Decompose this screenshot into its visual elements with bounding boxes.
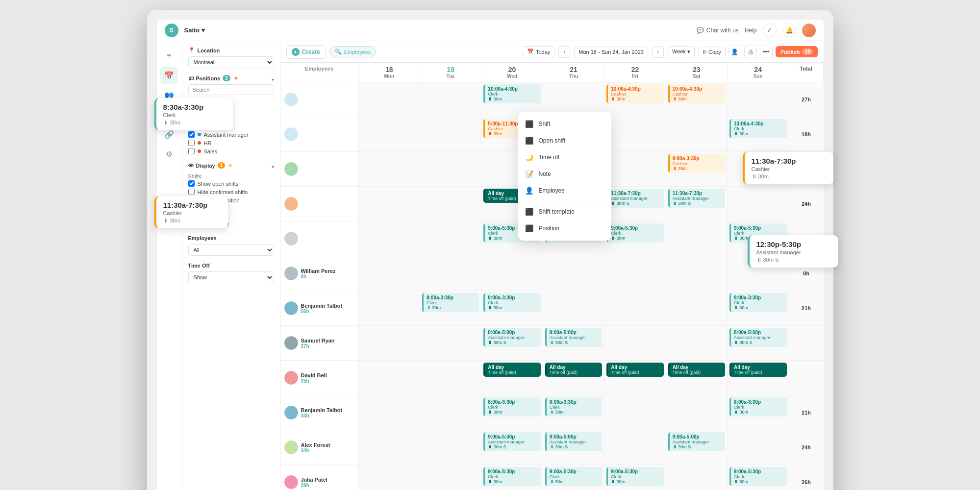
- day-cell[interactable]: [666, 256, 728, 291]
- shift-block[interactable]: 9:00a-5:30p Clerk ⏸ 30m: [606, 467, 663, 486]
- employees-filter-select[interactable]: All: [188, 244, 274, 256]
- dropdown-item-shift[interactable]: ⬛ Shift: [518, 116, 611, 132]
- day-cell[interactable]: [604, 256, 666, 291]
- day-cell[interactable]: [359, 152, 420, 186]
- dropdown-item-time-off[interactable]: 🌙 Time off: [518, 149, 611, 166]
- shift-block[interactable]: 10:00a-4:30p Cashier ⏸ 30m: [668, 84, 725, 103]
- shift-block[interactable]: 8:00a-5:00p Assistant manager ⏸ 30m S: [545, 328, 602, 347]
- day-cell[interactable]: [666, 395, 728, 430]
- dropdown-item-open-shift[interactable]: ⬛ Open shift: [518, 132, 611, 149]
- shift-block[interactable]: 11:30a-7:30p Assistant manager ⏸ 30m S: [606, 189, 663, 208]
- position-item-sales[interactable]: Sales: [188, 147, 274, 155]
- shift-block[interactable]: 8:00a-3:30p Clerk ⏸ 30m: [483, 397, 540, 416]
- hide-confirmed-shifts-checkbox[interactable]: Hide confirmed shifts: [188, 188, 274, 196]
- shift-block[interactable]: 10:00a-4:30p Clerk ⏸ 30m: [729, 119, 786, 138]
- day-cell[interactable]: 10:00a-4:30p Cashier ⏸ 30m: [666, 82, 728, 117]
- day-cell[interactable]: 8:00a-3:30p Clerk ⏸ 30m: [420, 291, 481, 325]
- shift-block[interactable]: 8:00a-3:30p Clerk ⏸ 30m: [545, 397, 602, 416]
- prev-week-button[interactable]: ‹: [558, 46, 570, 58]
- day-cell[interactable]: 8:00a-3:30p Cashier ⏸ 30m: [666, 152, 728, 186]
- sidebar-icon-calendar[interactable]: 📅: [160, 67, 178, 84]
- day-cell[interactable]: [604, 395, 666, 430]
- day-cell[interactable]: [420, 82, 481, 117]
- day-cell[interactable]: 8:00a-5:00p Assistant manager ⏸ 30m S: [481, 326, 543, 360]
- shift-block[interactable]: 8:00a-3:30p Clerk ⏸ 30m: [422, 293, 479, 312]
- bell-icon[interactable]: 🔔: [782, 24, 796, 37]
- day-cell[interactable]: 8:00a-3:30p Clerk ⏸ 30m: [728, 395, 789, 430]
- day-cell[interactable]: [728, 82, 789, 117]
- day-cell[interactable]: [420, 430, 481, 465]
- location-select[interactable]: Montreal: [188, 56, 274, 68]
- shift-block[interactable]: 9:00a-5:30p Clerk ⏸ 30m: [729, 467, 786, 486]
- day-cell[interactable]: [420, 326, 481, 360]
- dropdown-item-shift-template[interactable]: ⬛ Shift template: [518, 203, 611, 220]
- day-cell[interactable]: All day Time off (paid): [666, 361, 728, 395]
- day-cell[interactable]: [359, 291, 420, 325]
- day-cell[interactable]: [420, 187, 481, 221]
- shift-block[interactable]: All day Time off (paid): [545, 363, 602, 377]
- print-button[interactable]: 🖨: [744, 46, 757, 58]
- hide-confirmed-shifts-input[interactable]: [188, 189, 195, 195]
- shift-block[interactable]: 8:00a-3:30p Cashier ⏸ 30m: [668, 154, 725, 173]
- day-cell[interactable]: 9:00a-5:00p Assistant manager ⏸ 30m S: [543, 430, 604, 465]
- day-cell[interactable]: [359, 395, 420, 430]
- shift-block[interactable]: All day Time off (paid): [483, 363, 540, 377]
- day-cell[interactable]: [420, 361, 481, 395]
- day-cell[interactable]: 9:00a-5:30p Clerk ⏸ 30m: [604, 221, 666, 256]
- today-button[interactable]: 📅 Today: [523, 46, 554, 57]
- shift-block[interactable]: 8:00a-3:30p Clerk ⏸ 30m: [729, 293, 786, 312]
- day-cell[interactable]: [604, 326, 666, 360]
- day-cell[interactable]: [543, 256, 604, 291]
- day-cell[interactable]: 9:00a-5:00p Assistant manager ⏸ 30m S: [481, 430, 543, 465]
- day-cell[interactable]: [666, 291, 728, 325]
- day-cell[interactable]: [420, 117, 481, 151]
- dropdown-item-employee[interactable]: 👤 Employee: [518, 182, 611, 199]
- day-cell[interactable]: 11:30a-7:30p Assistant manager ⏸ 30m S: [666, 187, 728, 221]
- day-cell[interactable]: [359, 430, 420, 465]
- day-cell[interactable]: 8:00a-3:30p Clerk ⏸ 30m: [543, 395, 604, 430]
- day-cell[interactable]: [359, 187, 420, 221]
- day-cell[interactable]: [604, 152, 666, 186]
- day-cell[interactable]: 8:00a-5:00p Assistant manager ⏸ 30m S: [728, 326, 789, 360]
- day-cell[interactable]: 9:00a-5:30p Clerk ⏸ 30m: [543, 465, 604, 490]
- day-cell[interactable]: 9:00a-5:30p Clerk ⏸ 30m: [481, 465, 543, 490]
- day-cell[interactable]: 10:00a-4:30p Cashier ⏸ 30m: [604, 82, 666, 117]
- position-checkbox-assistant-manager[interactable]: [188, 131, 195, 138]
- shift-block[interactable]: 8:00a-3:30p Clerk ⏸ 30m: [729, 397, 786, 416]
- day-cell[interactable]: [420, 256, 481, 291]
- shift-block[interactable]: 9:00a-5:30p Clerk ⏸ 30m: [606, 223, 663, 243]
- position-checkbox-hr[interactable]: [188, 140, 195, 146]
- day-cell[interactable]: 9:00a-5:30p Clerk ⏸ 30m: [604, 465, 666, 490]
- more-options-button[interactable]: •••: [760, 46, 773, 58]
- positions-search[interactable]: [188, 84, 274, 95]
- day-cell[interactable]: All day Time off (paid): [604, 361, 666, 395]
- positions-collapse[interactable]: 🏷 Positions 3 ✕ ▾: [188, 75, 274, 84]
- position-checkbox-sales[interactable]: [188, 148, 195, 154]
- week-view-button[interactable]: Week ▾: [668, 46, 695, 57]
- copy-button[interactable]: ⎘ Copy: [699, 47, 726, 57]
- shift-block[interactable]: 10:00a-4:30p Cashier ⏸ 30m: [606, 84, 663, 103]
- day-cell[interactable]: [359, 221, 420, 256]
- day-cell[interactable]: 9:00a-5:00p Assistant manager ⏸ 30m S: [666, 430, 728, 465]
- shift-block[interactable]: 11:30a-7:30p Assistant manager ⏸ 30m S: [668, 189, 725, 208]
- sidebar-icon-menu[interactable]: ≡: [160, 47, 178, 65]
- day-cell[interactable]: [420, 221, 481, 256]
- sidebar-icon-settings[interactable]: ⚙: [160, 145, 178, 163]
- check-icon[interactable]: ✓: [763, 24, 777, 37]
- shift-block[interactable]: All day Time off (paid): [668, 363, 725, 377]
- position-item-assistant-manager[interactable]: Assistant manager: [188, 130, 274, 139]
- shift-block[interactable]: 9:00a-5:00p Assistant manager ⏸ 30m S: [668, 432, 725, 451]
- shift-block[interactable]: 9:00a-5:30p Clerk ⏸ 30m: [545, 467, 602, 486]
- day-cell[interactable]: 11:30a-7:30p Assistant manager ⏸ 30m S: [604, 187, 666, 221]
- chat-button[interactable]: 💬 Chat with us: [697, 27, 739, 34]
- shift-block[interactable]: 8:00a-3:30p Clerk ⏸ 30m: [483, 293, 540, 312]
- shift-block[interactable]: 9:00a-5:00p Assistant manager ⏸ 30m S: [483, 432, 540, 451]
- day-cell[interactable]: [359, 326, 420, 360]
- publish-button[interactable]: Publish 18: [776, 46, 818, 57]
- day-cell[interactable]: 10:00a-4:30p Clerk ⏸ 30m: [728, 117, 789, 151]
- day-cell[interactable]: All day Time off (paid): [481, 361, 543, 395]
- shift-block[interactable]: 9:00a-5:00p Assistant manager ⏸ 30m S: [545, 432, 602, 451]
- position-item-hr[interactable]: HR: [188, 139, 274, 147]
- day-cell[interactable]: [359, 465, 420, 490]
- day-cell[interactable]: [543, 291, 604, 325]
